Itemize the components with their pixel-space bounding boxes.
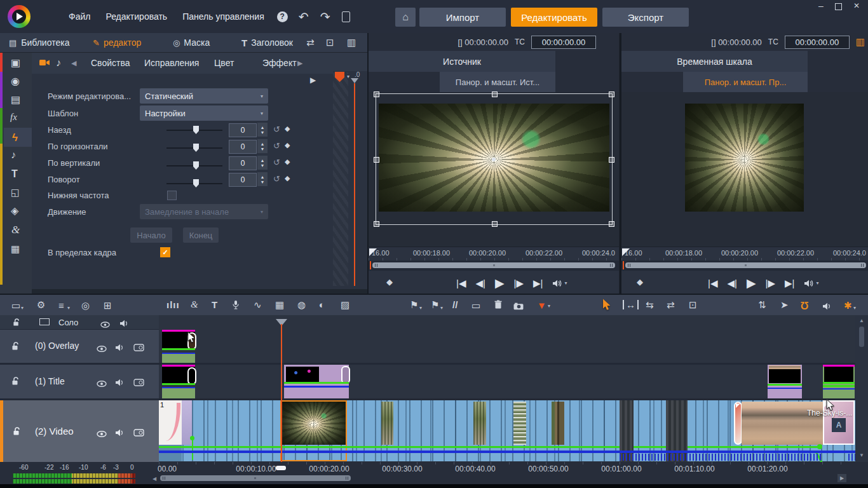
tab-mask[interactable]: ◎ Маска (173, 33, 210, 52)
horizontal-stepper[interactable]: ▲▼ (257, 139, 268, 153)
track-header-overlay[interactable]: (0) Overlay (0, 330, 159, 365)
scorefitter-icon[interactable]: & (191, 300, 198, 309)
marker-in-icon[interactable]: ⚑ (410, 300, 418, 309)
lock-icon[interactable] (13, 427, 21, 438)
tab-title[interactable]: T Заголовок (241, 33, 293, 52)
minimize-button[interactable]: – (818, 1, 824, 10)
slide-tool-icon[interactable]: ⇄ (667, 300, 675, 309)
timeline-hscrollbar[interactable] (160, 475, 351, 481)
export-frame-icon[interactable]: ⊞ (104, 301, 112, 310)
source-viewer[interactable] (369, 92, 619, 247)
source-panzoom-tab[interactable]: Панор. и масшт. Ист... (440, 72, 555, 92)
trim-mode-icon[interactable]: ↔ (623, 300, 639, 309)
wave-keyframe-icon[interactable]: ∿ (254, 300, 262, 309)
visibility-icon[interactable] (97, 428, 107, 440)
marker-add-icon[interactable]: ▼ (537, 300, 546, 311)
vertical-slider[interactable] (166, 165, 222, 166)
scroll-right-button[interactable]: ▶ (837, 474, 846, 482)
jump-start-button[interactable]: |◀ (456, 278, 466, 289)
track-name[interactable]: (2) Video (35, 426, 74, 437)
panzoom-box-icon[interactable] (133, 428, 144, 439)
snapshot-icon[interactable] (513, 301, 524, 313)
play-button[interactable]: ▶ (747, 276, 756, 290)
undo-icon[interactable]: ↶ (299, 11, 309, 23)
source-scrollbar[interactable] (372, 262, 615, 268)
source-timecode-field[interactable]: 00:00:00.00 (531, 36, 596, 49)
menu-control-panel[interactable]: Панель управления (175, 11, 272, 22)
horizontal-value[interactable]: 0 (229, 140, 257, 154)
lock-icon[interactable] (11, 377, 20, 388)
keyframe-dropdown-icon[interactable]: ▾ (347, 74, 349, 79)
vertical-value[interactable]: 0 (229, 156, 257, 170)
vertical-stepper[interactable]: ▲▼ (257, 156, 268, 170)
rail-scorefitter-icon[interactable]: & (11, 224, 20, 235)
subtab-effect[interactable]: Эффект (262, 58, 297, 68)
restore-button[interactable] (835, 3, 842, 10)
horizontal-slider[interactable] (166, 147, 222, 149)
in-frame-checkbox[interactable]: ✓ (160, 247, 170, 257)
magnet-snap-icon[interactable]: Ω (801, 299, 809, 311)
menu-file[interactable]: Файл (61, 11, 98, 22)
fullscreen-tool-icon[interactable]: ⊡ (689, 300, 697, 309)
panzoom-box-icon[interactable] (133, 342, 144, 354)
marker-out-icon[interactable]: ⚑ (431, 300, 439, 309)
video-thumb[interactable] (552, 402, 564, 445)
tabs-scroll-left-icon[interactable]: ◀ (71, 59, 76, 67)
lock-icon[interactable] (11, 342, 20, 353)
multicam-icon[interactable]: ▦ (275, 300, 284, 309)
select-tool-icon[interactable] (602, 299, 611, 313)
mask-tool-icon[interactable]: ◍ (297, 300, 306, 309)
rotation-keyframe-icon[interactable]: ◆ (285, 175, 290, 182)
clip-trim-handle[interactable] (187, 367, 196, 385)
smart-tool-icon[interactable]: ✱ (844, 300, 852, 311)
track-header-title[interactable]: (1) Title (0, 365, 159, 400)
title-clip-1[interactable] (162, 365, 195, 398)
blend-mode-icon[interactable]: ◐ (319, 300, 325, 309)
volume-line[interactable] (688, 446, 820, 448)
zoom-stepper[interactable]: ▲▼ (257, 123, 268, 137)
selection-handle[interactable] (374, 221, 379, 227)
horizontal-reset-icon[interactable]: ↺ (273, 141, 280, 151)
jump-start-button[interactable]: |◀ (708, 278, 717, 289)
video-thumb[interactable] (473, 402, 486, 445)
selection-handle[interactable] (609, 157, 614, 163)
scroll-up-icon[interactable]: ▲ (859, 318, 864, 323)
rotation-stepper[interactable]: ▲▼ (257, 172, 268, 186)
volume-button[interactable]: ▾ (804, 280, 818, 287)
lock-all-icon[interactable] (13, 318, 20, 329)
razor-split-icon[interactable]: // (452, 300, 458, 309)
track-name[interactable]: (0) Overlay (35, 341, 79, 351)
selection-box[interactable] (376, 93, 613, 225)
selection-handle[interactable] (609, 221, 614, 227)
timeline-ruler[interactable]: 00.00 00:00:10.00 00:00:20.00 00:00:30.0… (159, 462, 855, 474)
edit-mode-dropdown[interactable]: Статический ▾ (140, 88, 268, 104)
jump-end-button[interactable]: ▶| (533, 278, 543, 289)
zoom-value[interactable]: 0 (229, 123, 257, 137)
title-editor-icon[interactable]: T (212, 300, 217, 309)
dual-preview-icon[interactable]: ▥ (856, 36, 865, 48)
keyframe-toggle-icon[interactable]: ◆ (637, 278, 643, 286)
track-size-icon[interactable]: ≡ (58, 301, 64, 310)
program-viewer[interactable] (621, 92, 868, 247)
home-button[interactable]: ⌂ (395, 8, 416, 27)
jump-end-button[interactable]: ▶| (785, 278, 794, 289)
disc-author-icon[interactable]: ◎ (81, 301, 90, 310)
zoom-reset-icon[interactable]: ↺ (273, 125, 280, 134)
swap-panels-icon[interactable]: ⇄ (306, 37, 315, 47)
chroma-key-icon[interactable]: ▨ (341, 300, 349, 309)
rail-reel-icon[interactable]: ◉ (11, 76, 20, 86)
duplicate-panel-icon[interactable]: ⊡ (326, 37, 334, 47)
selection-handle[interactable] (492, 92, 498, 97)
source-tab[interactable]: Источник (369, 51, 555, 72)
ruler-scrub-handle[interactable] (276, 466, 286, 470)
project-notes-icon[interactable] (342, 11, 350, 22)
source-scrub-marker[interactable] (369, 248, 377, 256)
subtab-corrections[interactable]: Исправления (144, 58, 199, 68)
keyframe-playhead-line[interactable] (354, 83, 355, 286)
program-timecode-field[interactable]: 00:00:00.00 (785, 36, 850, 49)
program-panzoom-tab[interactable]: Панор. и масшт. Пр... (683, 72, 808, 92)
rotation-value[interactable]: 0 (229, 173, 257, 187)
template-dropdown[interactable]: Настройки ▾ (140, 105, 268, 121)
volume-keyframe-dot[interactable] (817, 444, 822, 449)
customize-toolbar-icon[interactable]: ▭ (11, 301, 20, 310)
